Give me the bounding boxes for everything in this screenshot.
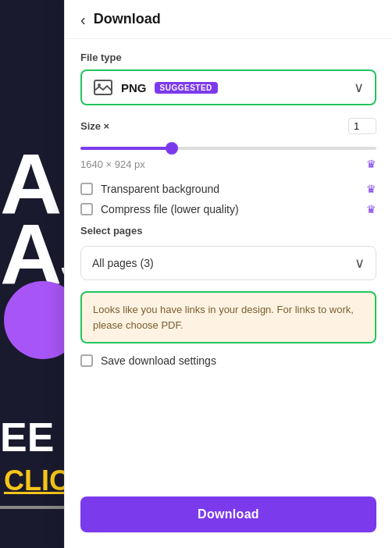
slider-container <box>80 139 376 153</box>
file-type-name: PNG <box>121 81 147 94</box>
pages-selected-label: All pages (3) <box>92 257 154 269</box>
dimensions-text: 1640 × 924 px <box>80 158 145 170</box>
transparent-crown-icon: ♛ <box>366 183 376 195</box>
size-input[interactable] <box>348 118 376 134</box>
transparent-bg-label: Transparent background <box>101 183 219 195</box>
back-arrow-icon: ‹ <box>80 12 86 27</box>
image-file-icon <box>93 79 113 96</box>
select-pages-label: Select pages <box>80 225 376 237</box>
compress-file-checkbox[interactable] <box>80 203 93 215</box>
compress-file-row: Compress file (lower quality) ♛ <box>80 203 376 215</box>
panel-body: File type PNG SUGGESTED ∨ Size × <box>65 39 392 484</box>
compress-crown-icon: ♛ <box>366 203 376 215</box>
download-button[interactable]: Download <box>80 496 376 532</box>
file-type-chevron-icon: ∨ <box>354 79 364 96</box>
panel-header: ‹ Download <box>65 0 392 39</box>
compress-file-left: Compress file (lower quality) <box>80 203 239 215</box>
dimensions-row: 1640 × 924 px ♛ <box>80 158 376 170</box>
save-settings-checkbox[interactable] <box>80 354 93 367</box>
size-label: Size × <box>80 120 109 132</box>
download-panel: ‹ Download File type PNG SUGGESTED ∨ <box>64 0 392 548</box>
warning-box: Looks like you have links in your design… <box>80 291 376 343</box>
save-settings-label: Save download settings <box>101 354 216 367</box>
transparent-bg-left: Transparent background <box>80 183 219 195</box>
size-row: Size × <box>80 118 376 134</box>
file-type-label: File type <box>80 52 376 63</box>
warning-text: Looks like you have links in your design… <box>93 304 354 331</box>
transparent-bg-row: Transparent background ♛ <box>80 183 376 195</box>
panel-footer: Download <box>65 484 392 548</box>
file-type-dropdown[interactable]: PNG SUGGESTED ∨ <box>80 69 376 105</box>
size-slider[interactable] <box>80 147 376 150</box>
suggested-badge: SUGGESTED <box>155 82 218 94</box>
compress-file-label: Compress file (lower quality) <box>101 203 239 215</box>
section-divider: Select pages <box>80 225 376 237</box>
pages-chevron-icon: ∨ <box>355 254 365 272</box>
transparent-bg-checkbox[interactable] <box>80 183 93 195</box>
crown-icon: ♛ <box>366 158 376 170</box>
file-type-left: PNG SUGGESTED <box>93 79 218 96</box>
panel-title: Download <box>94 11 161 27</box>
back-button[interactable]: ‹ <box>80 12 86 27</box>
save-settings-row: Save download settings <box>80 354 376 367</box>
pages-dropdown[interactable]: All pages (3) ∨ <box>80 246 376 280</box>
